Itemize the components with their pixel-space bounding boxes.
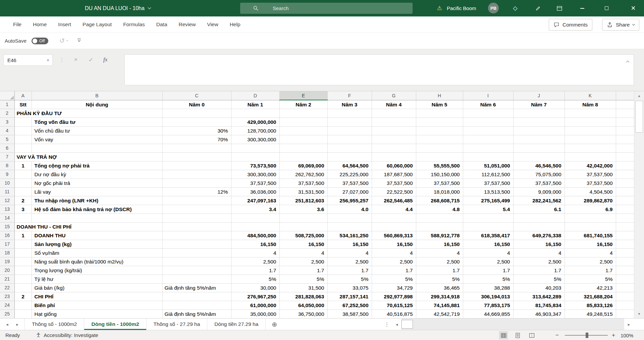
cell-filler-10[interactable] [616,179,634,188]
cell-K13[interactable]: 6.9 [565,205,616,214]
cell-F16[interactable]: 534,161,250 [327,231,372,240]
cell-E20[interactable]: 1.7 [279,266,327,275]
formula-input[interactable] [124,54,634,85]
cell-I8[interactable]: 51,051,000 [463,161,513,170]
cell-filler-8[interactable] [616,161,634,170]
cell-D13[interactable]: 3.4 [231,205,279,214]
cell-F7[interactable] [327,153,372,161]
cell-B24[interactable]: Biến phí [32,301,162,310]
cell-F24[interactable]: 67,252,500 [327,301,372,310]
row-header-23[interactable]: 23 [0,292,14,301]
cell-D16[interactable]: 484,500,000 [231,231,279,240]
cell-C1[interactable]: Năm 0 [162,100,231,109]
cell-E2[interactable] [279,109,327,118]
cell-B9[interactable]: Dư nợ đầu kỳ [32,170,162,179]
cell-D11[interactable]: 36,036,000 [231,188,279,196]
cell-I3[interactable] [463,118,513,127]
maximize-button[interactable] [598,0,614,16]
cell-I13[interactable]: 5.4 [463,205,513,214]
cell-F20[interactable]: 1.7 [327,266,372,275]
cell-filler-11[interactable] [616,188,634,196]
menu-tab-data[interactable]: Data [151,16,173,33]
cell-E1[interactable]: Năm 2 [279,100,327,109]
cell-G24[interactable]: 70,615,125 [372,301,416,310]
cell-A17[interactable] [14,240,32,249]
cell-J15[interactable] [513,223,565,231]
ribbon-display-icon[interactable] [553,0,566,16]
cell-C8[interactable] [162,161,231,170]
cell-E3[interactable] [279,118,327,127]
vertical-scroll-thumb[interactable] [635,101,643,133]
cell-H20[interactable]: 1.7 [416,266,463,275]
menu-tab-page-layout[interactable]: Page Layout [77,16,117,33]
horizontal-scrollbar[interactable] [401,319,624,330]
sheet-tab-2[interactable]: Dòng tiền - 1000m2 [84,319,146,330]
cell-C5[interactable]: 70% [162,135,231,144]
cell-F17[interactable]: 16,150 [327,240,372,249]
cell-H4[interactable] [416,127,463,135]
cell-D7[interactable] [231,153,279,161]
cell-C20[interactable] [162,266,231,275]
cell-A5[interactable] [14,135,32,144]
cell-J1[interactable]: Năm 7 [513,100,565,109]
cell-A13[interactable]: 3 [14,205,32,214]
cell-D8[interactable]: 73,573,500 [231,161,279,170]
cell-F25[interactable]: 38,587,500 [327,310,372,319]
cell-D18[interactable]: 4 [231,249,279,257]
cell-F9[interactable]: 225,225,000 [327,170,372,179]
cell-K1[interactable]: Năm 8 [565,100,616,109]
cell-G13[interactable]: 4.4 [372,205,416,214]
cell-F3[interactable] [327,118,372,127]
cell-J24[interactable]: 81,745,834 [513,301,565,310]
cell-G14[interactable] [372,214,416,223]
cell-G20[interactable]: 1.7 [372,266,416,275]
scroll-up-icon[interactable]: ▴ [634,91,644,100]
cell-A20[interactable] [14,266,32,275]
cell-K11[interactable]: 4,504,500 [565,188,616,196]
diamond-icon[interactable]: ◇ [508,0,522,16]
cell-I6[interactable] [463,144,513,153]
cell-A8[interactable]: 1 [14,161,32,170]
row-header-18[interactable]: 18 [0,249,14,257]
cell-K3[interactable] [565,118,616,127]
cell-B8[interactable]: Tổng cộng nợ phải trả [32,161,162,170]
row-header-13[interactable]: 13 [0,205,14,214]
cell-filler-17[interactable] [616,240,634,249]
cell-K14[interactable] [565,214,616,223]
cell-C18[interactable] [162,249,231,257]
cell-filler-18[interactable] [616,249,634,257]
cell-K9[interactable]: 37,537,500 [565,170,616,179]
cell-filler-12[interactable] [616,196,634,205]
previous-sheet-icon[interactable]: ◂ [6,322,8,327]
cell-K18[interactable]: 4 [565,249,616,257]
cell-I21[interactable]: 5% [463,275,513,284]
cell-A7[interactable]: VAY VÀ TRẢ NỢ [14,153,162,161]
cell-filler-21[interactable] [616,275,634,284]
cell-C24[interactable] [162,301,231,310]
cell-I23[interactable]: 306,194,013 [463,292,513,301]
column-header-A[interactable]: A [14,91,32,100]
cell-filler-25[interactable] [616,310,634,319]
cell-F11[interactable]: 27,027,000 [327,188,372,196]
cell-E22[interactable]: 31,500 [279,284,327,292]
row-header-7[interactable]: 7 [0,153,14,161]
cell-K4[interactable] [565,127,616,135]
row-header-12[interactable]: 12 [0,196,14,205]
column-header-K[interactable]: K [565,91,616,100]
cell-J5[interactable] [513,135,565,144]
cell-K10[interactable]: 37,537,500 [565,179,616,188]
cell-filler-24[interactable] [616,301,634,310]
cell-B3[interactable]: Tổng vốn đầu tư [32,118,162,127]
cell-G23[interactable]: 292,977,898 [372,292,416,301]
cell-E14[interactable] [279,214,327,223]
cell-G15[interactable] [372,223,416,231]
collapse-formula-bar-icon[interactable] [627,59,629,65]
cell-I14[interactable] [463,214,513,223]
column-header-H[interactable]: H [416,91,463,100]
cell-F15[interactable] [327,223,372,231]
cell-F2[interactable] [327,109,372,118]
cell-J14[interactable] [513,214,565,223]
cell-J10[interactable]: 37,537,500 [513,179,565,188]
cell-K5[interactable] [565,135,616,144]
cell-D21[interactable]: 5% [231,275,279,284]
